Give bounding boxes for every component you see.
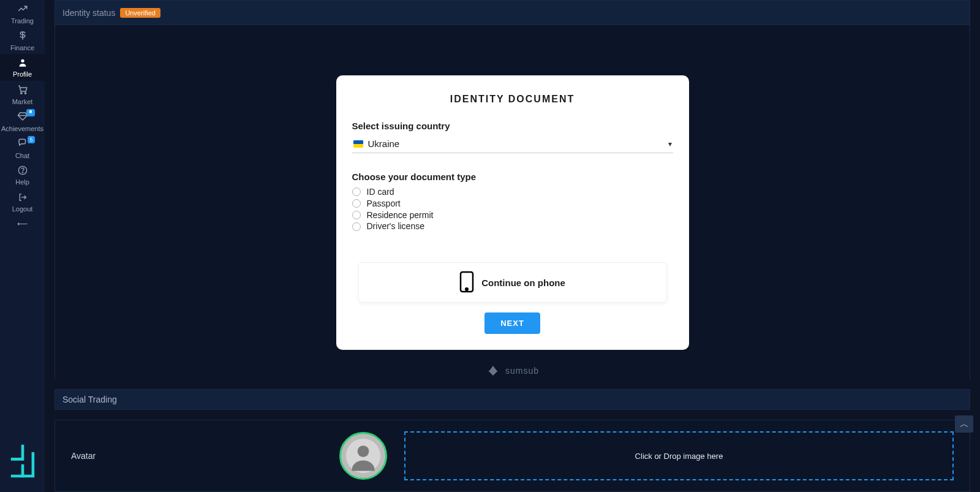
avatar-section: Avatar Click or Drop image here ︿: [55, 420, 970, 492]
identity-status-bar: Identity status Unverified: [55, 0, 970, 25]
dollar-icon: [17, 30, 28, 42]
next-button-label: NEXT: [500, 319, 524, 328]
sidebar-item-help[interactable]: Help: [0, 162, 45, 189]
svg-point-0: [21, 59, 24, 62]
issuing-country-select[interactable]: Ukraine ▾: [352, 136, 673, 153]
sidebar-item-label: Chat: [15, 152, 29, 159]
sidebar-item-logout[interactable]: Logout: [0, 189, 45, 216]
sidebar: Trading Finance Profile Market Achieveme…: [0, 0, 45, 492]
sidebar-item-label: Profile: [13, 70, 32, 78]
radio-icon: [352, 199, 361, 208]
sidebar-item-finance[interactable]: Finance: [0, 27, 45, 54]
doc-option-passport[interactable]: Passport: [352, 199, 673, 209]
content-area: IDENTITY DOCUMENT Select issuing country…: [55, 25, 970, 379]
avatar-placeholder-icon: [345, 437, 382, 474]
doc-option-label: Residence permit: [367, 210, 434, 221]
avatar-drop-zone[interactable]: Click or Drop image here: [404, 431, 954, 480]
sign-out-icon: [18, 192, 28, 203]
question-circle-icon: [18, 165, 28, 176]
chevron-down-icon: ▾: [668, 140, 672, 148]
flag-ukraine-icon: [353, 140, 363, 148]
document-type-options: ID card Passport Residence permit Driver…: [352, 187, 673, 232]
sidebar-item-label: Achievements: [1, 125, 43, 132]
sidebar-item-label: Market: [12, 98, 33, 105]
avatar-drop-text: Click or Drop image here: [635, 452, 723, 461]
social-trading-header: Social Trading: [55, 389, 970, 410]
app-logo: [0, 443, 45, 481]
sidebar-item-label: Help: [15, 178, 29, 186]
sidebar-item-label: Trading: [11, 17, 34, 25]
next-button[interactable]: NEXT: [484, 312, 540, 334]
cart-icon: [17, 84, 28, 96]
chat-count-badge: 5: [28, 136, 35, 143]
sidebar-collapse-button[interactable]: ⟵: [0, 216, 45, 232]
radio-icon: [352, 222, 361, 231]
doc-option-label: Passport: [367, 199, 401, 209]
identity-document-card: IDENTITY DOCUMENT Select issuing country…: [336, 75, 689, 350]
sidebar-item-achievements[interactable]: Achievements: [0, 108, 45, 135]
avatar-label: Avatar: [71, 451, 328, 461]
notification-badge: [26, 109, 35, 116]
radio-icon: [352, 187, 361, 196]
arrow-left-icon: ⟵: [17, 219, 28, 228]
social-trading-title: Social Trading: [62, 395, 117, 404]
card-title: IDENTITY DOCUMENT: [352, 94, 673, 105]
sumsub-logo-icon: [486, 366, 500, 376]
sidebar-item-chat[interactable]: Chat 5: [0, 135, 45, 162]
sidebar-item-label: Finance: [10, 44, 34, 51]
comments-icon: [17, 138, 28, 150]
svg-point-2: [24, 92, 26, 93]
svg-point-4: [22, 172, 23, 172]
chart-line-icon: [17, 3, 28, 15]
issuing-country-label: Select issuing country: [352, 121, 673, 131]
smartphone-icon: [459, 271, 474, 295]
continue-on-phone-label: Continue on phone: [481, 278, 565, 288]
sumsub-label: sumsub: [505, 366, 539, 376]
radio-icon: [352, 211, 361, 219]
scroll-to-top-button[interactable]: ︿: [955, 415, 973, 433]
identity-status-label: Identity status: [62, 8, 115, 18]
svg-point-1: [20, 92, 21, 93]
sumsub-branding: sumsub: [486, 366, 539, 376]
sidebar-item-profile[interactable]: Profile: [0, 54, 45, 81]
doc-option-label: ID card: [367, 187, 394, 197]
sidebar-item-market[interactable]: Market: [0, 81, 45, 108]
doc-option-drivers-license[interactable]: Driver's license: [352, 221, 673, 232]
issuing-country-value: Ukraine: [368, 138, 400, 149]
doc-option-id-card[interactable]: ID card: [352, 187, 673, 197]
avatar-image[interactable]: [339, 432, 387, 480]
main-area: Identity status Unverified IDENTITY DOCU…: [45, 0, 980, 492]
svg-point-8: [358, 445, 369, 457]
sidebar-item-label: Logout: [12, 205, 33, 213]
doc-option-label: Driver's license: [367, 221, 424, 232]
document-type-label: Choose your document type: [352, 172, 673, 182]
user-icon: [18, 58, 28, 69]
identity-status-badge: Unverified: [120, 8, 160, 18]
svg-point-6: [466, 288, 468, 290]
sidebar-item-trading[interactable]: Trading: [0, 0, 45, 27]
chevron-up-icon: ︿: [960, 418, 969, 430]
doc-option-residence-permit[interactable]: Residence permit: [352, 210, 673, 221]
continue-on-phone-button[interactable]: Continue on phone: [358, 262, 667, 303]
